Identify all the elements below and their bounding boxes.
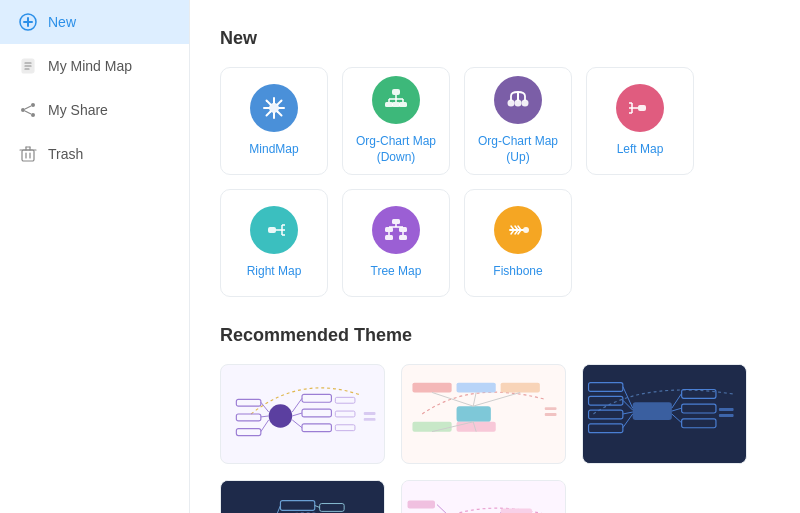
svg-line-80 <box>261 402 269 412</box>
svg-point-7 <box>31 103 35 107</box>
theme-grid <box>220 364 770 513</box>
svg-line-11 <box>25 111 31 114</box>
svg-rect-46 <box>268 227 276 233</box>
svg-rect-36 <box>399 102 407 107</box>
map-card-org-up[interactable]: Org-Chart Map (Up) <box>464 67 572 175</box>
sidebar-item-trash-label: Trash <box>48 146 83 162</box>
left-map-label: Left Map <box>617 142 664 158</box>
svg-line-25 <box>278 101 282 105</box>
svg-rect-118 <box>719 414 734 417</box>
svg-line-24 <box>267 101 271 105</box>
svg-rect-61 <box>399 235 407 240</box>
share-icon <box>18 100 38 120</box>
sidebar-item-new[interactable]: New <box>0 0 189 44</box>
svg-rect-86 <box>364 412 376 415</box>
svg-line-10 <box>25 106 31 109</box>
svg-point-37 <box>508 100 515 107</box>
org-up-label: Org-Chart Map (Up) <box>465 134 571 165</box>
fishbone-icon-circle <box>494 206 542 254</box>
svg-rect-12 <box>22 150 34 161</box>
theme-card-5[interactable] <box>401 480 566 513</box>
svg-rect-71 <box>302 394 331 402</box>
mindmap-label: MindMap <box>249 142 298 158</box>
sidebar-item-my-mind-map[interactable]: My Mind Map <box>0 44 189 88</box>
svg-rect-142 <box>501 508 532 513</box>
theme-card-3[interactable] <box>582 364 747 464</box>
svg-rect-106 <box>633 402 672 420</box>
main-content: New MindMap <box>190 0 800 513</box>
map-card-right[interactable]: Right Map <box>220 189 328 297</box>
svg-point-8 <box>21 108 25 112</box>
svg-point-38 <box>515 100 522 107</box>
org-down-label: Org-Chart Map(Down) <box>356 134 436 165</box>
file-icon <box>18 56 38 76</box>
svg-rect-40 <box>638 105 646 111</box>
tree-map-label: Tree Map <box>371 264 422 280</box>
new-section-title: New <box>220 28 770 49</box>
right-map-icon-circle <box>250 206 298 254</box>
sidebar-item-new-label: New <box>48 14 76 30</box>
theme-card-4[interactable] <box>220 480 385 513</box>
mindmap-icon-circle <box>250 84 298 132</box>
svg-rect-119 <box>222 481 384 513</box>
svg-line-77 <box>292 398 302 412</box>
svg-rect-90 <box>457 383 496 393</box>
svg-rect-72 <box>302 409 331 417</box>
map-card-org-down[interactable]: Org-Chart Map(Down) <box>342 67 450 175</box>
sidebar-item-my-share-label: My Share <box>48 102 108 118</box>
map-card-mindmap[interactable]: MindMap <box>220 67 328 175</box>
svg-line-96 <box>473 392 520 406</box>
svg-point-9 <box>31 113 35 117</box>
svg-rect-74 <box>236 399 261 406</box>
svg-rect-34 <box>385 102 393 107</box>
svg-rect-28 <box>392 89 400 95</box>
svg-rect-91 <box>501 383 540 393</box>
svg-line-78 <box>292 413 302 416</box>
svg-rect-52 <box>392 219 400 224</box>
svg-line-81 <box>261 416 269 417</box>
svg-line-26 <box>267 112 271 116</box>
svg-line-79 <box>292 420 302 428</box>
svg-point-70 <box>269 404 293 428</box>
svg-rect-100 <box>545 413 557 416</box>
svg-rect-92 <box>412 422 451 432</box>
svg-rect-87 <box>364 418 376 421</box>
theme-card-1[interactable] <box>220 364 385 464</box>
svg-rect-60 <box>385 235 393 240</box>
sidebar-item-my-mind-map-label: My Mind Map <box>48 58 132 74</box>
svg-line-27 <box>278 112 282 116</box>
svg-rect-83 <box>335 397 355 403</box>
org-down-icon-circle <box>372 76 420 124</box>
plus-icon <box>18 12 38 32</box>
trash-icon <box>18 144 38 164</box>
svg-point-39 <box>522 100 529 107</box>
svg-rect-85 <box>335 425 355 431</box>
map-type-grid: MindMap Org-Chart Map(Down) <box>220 67 770 297</box>
left-map-icon-circle <box>616 84 664 132</box>
svg-rect-76 <box>236 429 261 436</box>
svg-rect-89 <box>412 383 451 393</box>
tree-map-icon-circle <box>372 206 420 254</box>
sidebar-item-trash[interactable]: Trash <box>0 132 189 176</box>
map-card-tree[interactable]: Tree Map <box>342 189 450 297</box>
svg-rect-138 <box>408 501 435 509</box>
svg-rect-35 <box>392 102 400 107</box>
right-map-label: Right Map <box>247 264 302 280</box>
theme-card-2[interactable] <box>401 364 566 464</box>
svg-line-95 <box>473 392 476 406</box>
svg-rect-99 <box>545 407 557 410</box>
map-card-left[interactable]: Left Map <box>586 67 694 175</box>
org-up-icon-circle <box>494 76 542 124</box>
svg-rect-84 <box>335 411 355 417</box>
svg-rect-75 <box>236 414 261 421</box>
recommended-theme-title: Recommended Theme <box>220 325 770 346</box>
sidebar-item-my-share[interactable]: My Share <box>0 88 189 132</box>
fishbone-label: Fishbone <box>493 264 542 280</box>
svg-rect-88 <box>457 406 491 422</box>
svg-rect-73 <box>302 424 331 432</box>
map-card-fishbone[interactable]: Fishbone <box>464 189 572 297</box>
svg-line-82 <box>261 420 269 432</box>
sidebar: New My Mind Map My Share <box>0 0 190 513</box>
svg-rect-117 <box>719 408 734 411</box>
